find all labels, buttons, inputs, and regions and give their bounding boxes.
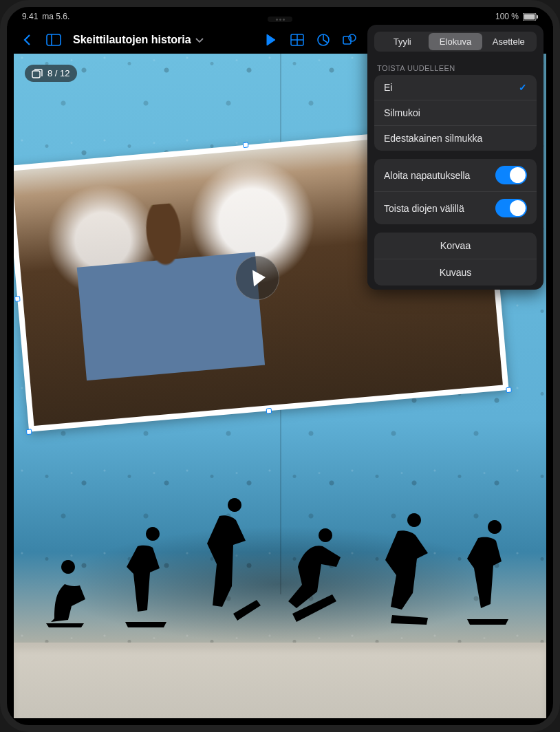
toggle-switch[interactable] (495, 199, 527, 217)
slides-icon (32, 69, 43, 78)
repeat-option-loop[interactable]: Silmukoi (374, 100, 537, 126)
document-title[interactable]: Skeittilautojen historia (73, 34, 204, 46)
actions-list: Korvaa Kuvaus (374, 233, 537, 286)
battery-percent: 100 % (495, 12, 519, 21)
repeat-section-label: TOISTA UUDELLEEN (367, 58, 543, 75)
svg-rect-1 (524, 14, 535, 19)
play-slideshow-icon[interactable] (260, 30, 282, 50)
format-popover: Tyyli Elokuva Asettele TOISTA UUDELLEEN … (367, 25, 543, 290)
selection-handle[interactable] (506, 387, 512, 393)
selection-handle[interactable] (243, 142, 249, 148)
svg-point-10 (349, 34, 356, 41)
multitask-pill[interactable] (268, 17, 292, 22)
insert-table-icon[interactable] (286, 30, 308, 50)
popover-tabs: Tyyli Elokuva Asettele (374, 32, 537, 52)
skater-5 (373, 512, 442, 629)
selection-handle[interactable] (26, 429, 32, 435)
skater-3 (196, 498, 265, 629)
replace-button[interactable]: Korvaa (374, 233, 537, 259)
repeat-option-bounce[interactable]: Edestakainen silmukka (374, 126, 537, 151)
selection-handle[interactable] (266, 408, 272, 414)
svg-rect-2 (537, 15, 538, 19)
tab-arrange[interactable]: Asettele (482, 33, 535, 50)
tab-style[interactable]: Tyyli (376, 33, 429, 50)
skater-4 (281, 526, 357, 629)
chevron-down-icon (195, 37, 204, 43)
skater-1 (41, 553, 103, 629)
svg-rect-3 (47, 34, 61, 45)
back-button[interactable] (17, 30, 39, 50)
insert-chart-icon[interactable] (312, 30, 334, 50)
repeat-options-list: Ei ✓ Silmukoi Edestakainen silmukka (374, 75, 537, 151)
slide-counter[interactable]: 8 / 12 (25, 65, 77, 82)
skater-silhouettes (41, 484, 520, 629)
toggle-start-on-tap[interactable]: Aloita napautuksella (374, 159, 537, 192)
toggles-list: Aloita napautuksella Toista diojen välil… (374, 159, 537, 224)
skater-6 (457, 519, 519, 629)
status-date: ma 5.6. (42, 12, 69, 21)
insert-shape-icon[interactable] (338, 30, 360, 50)
repeat-option-none[interactable]: Ei ✓ (374, 75, 537, 100)
svg-rect-24 (32, 71, 40, 78)
person-photo (72, 196, 268, 411)
tab-movie[interactable]: Elokuva (429, 33, 482, 50)
toggle-switch[interactable] (495, 166, 527, 184)
selection-handle[interactable] (14, 296, 21, 302)
skater-2 (118, 526, 180, 629)
toggle-play-across-slides[interactable]: Toista diojen välillä (374, 192, 537, 224)
description-button[interactable]: Kuvaus (374, 259, 537, 286)
battery-icon (523, 13, 538, 21)
sidebar-toggle-icon[interactable] (43, 30, 65, 50)
ground-surface (14, 643, 546, 718)
checkmark-icon: ✓ (519, 82, 527, 93)
status-time: 9.41 (22, 12, 38, 21)
